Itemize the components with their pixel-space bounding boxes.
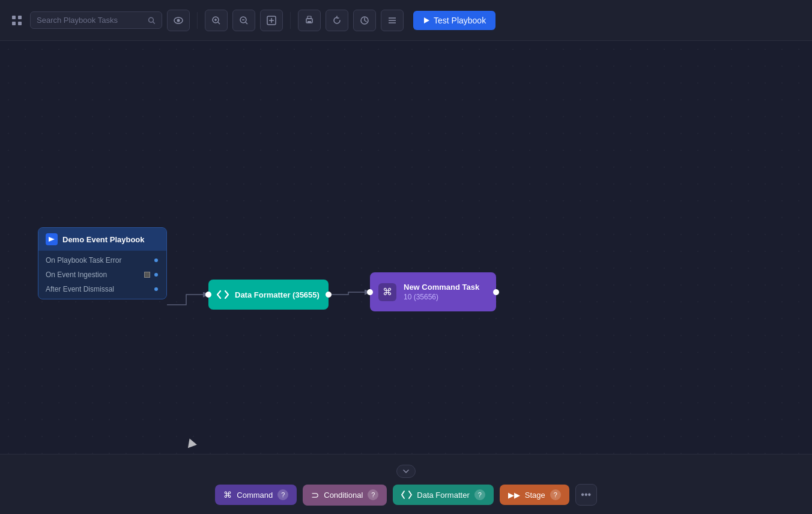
list-view-button[interactable]: [381, 10, 404, 31]
code-icon: [217, 290, 229, 299]
svg-marker-27: [49, 237, 55, 242]
fit-view-button[interactable]: [260, 10, 283, 31]
test-playbook-button[interactable]: Test Playbook: [413, 11, 495, 30]
demo-event-node[interactable]: Demo Event Playbook On Playbook Task Err…: [38, 227, 167, 299]
command-task-title: New Command Task: [404, 283, 479, 292]
fit-icon: [267, 16, 276, 25]
command-pill-label: Command: [237, 491, 273, 500]
svg-rect-0: [12, 16, 16, 19]
zoom-in-button[interactable]: [205, 10, 228, 31]
toolbar-divider-1: [197, 12, 198, 29]
search-icon: [148, 16, 156, 25]
svg-rect-20: [308, 21, 311, 23]
formatter-left-connector: [205, 292, 211, 298]
connector-circle: [153, 257, 159, 263]
search-container: [30, 11, 162, 29]
eye-icon: [174, 17, 183, 24]
bottom-panel: ⌘ Command ? ⊃ Conditional ? Data Formatt…: [0, 454, 812, 514]
svg-line-11: [218, 22, 220, 24]
refresh-button[interactable]: [326, 10, 348, 31]
connector-circle: [153, 272, 159, 278]
stage-help-icon[interactable]: ?: [550, 489, 561, 500]
eye-toggle-button[interactable]: [167, 10, 190, 31]
zoom-in-icon: [211, 16, 221, 25]
command-help-icon[interactable]: ?: [277, 489, 288, 500]
svg-rect-1: [18, 16, 22, 19]
command-pill-icon: ⌘: [223, 490, 232, 500]
test-playbook-label: Test Playbook: [434, 16, 486, 25]
node-row-ingestion[interactable]: On Event Ingestion: [38, 268, 166, 282]
conditional-pill-label: Conditional: [324, 491, 363, 500]
collapse-panel-button[interactable]: [396, 465, 416, 478]
list-icon: [387, 16, 397, 25]
canvas[interactable]: Demo Event Playbook On Playbook Task Err…: [0, 41, 812, 454]
node-row-task-error[interactable]: On Playbook Task Error: [38, 253, 166, 268]
row-label: After Event Dismissal: [46, 285, 114, 293]
command-task-text: New Command Task 10 (35656): [404, 283, 479, 301]
conditional-type-button[interactable]: ⊃ Conditional ?: [303, 485, 387, 506]
svg-marker-25: [424, 17, 429, 23]
formatter-node[interactable]: Data Formatter (35655): [208, 280, 329, 310]
command-right-connector: [493, 289, 499, 295]
svg-line-14: [246, 22, 247, 24]
row-label: On Event Ingestion: [46, 271, 107, 279]
task-types-row: ⌘ Command ? ⊃ Conditional ? Data Formatt…: [215, 484, 596, 506]
formatter-pill-label: Data Formatter: [417, 491, 469, 500]
toolbar: Test Playbook: [0, 0, 812, 41]
formatter-label: Data Formatter (35655): [235, 290, 320, 299]
formatter-pill-icon: [401, 491, 412, 499]
clock-icon: [360, 16, 369, 25]
toolbar-divider-2: [290, 12, 291, 29]
grid-menu-icon[interactable]: [8, 12, 25, 29]
play-icon: [423, 17, 430, 24]
stage-pill-label: Stage: [525, 491, 545, 500]
node-body: On Playbook Task Error On Event Ingestio…: [38, 251, 166, 299]
command-type-button[interactable]: ⌘ Command ?: [215, 485, 297, 505]
search-input[interactable]: [37, 16, 143, 25]
svg-line-5: [153, 22, 155, 23]
stage-pill-icon: ▶▶: [508, 491, 520, 500]
node-header-icon: [46, 233, 58, 245]
command-task-icon: ⌘: [378, 283, 396, 301]
node-header: Demo Event Playbook: [38, 228, 166, 251]
conditional-pill-icon: ⊃: [311, 489, 319, 501]
node-row-dismissal[interactable]: After Event Dismissal: [38, 282, 166, 296]
command-task-node[interactable]: ⌘ New Command Task 10 (35656): [370, 272, 496, 311]
chevron-down-icon: [403, 470, 409, 473]
formatter-help-icon[interactable]: ?: [474, 489, 485, 500]
refresh-icon: [332, 16, 342, 25]
connector-square: [144, 272, 150, 278]
conditional-help-icon[interactable]: ?: [368, 489, 378, 500]
history-button[interactable]: [353, 10, 376, 31]
node-title: Demo Event Playbook: [62, 235, 145, 244]
zoom-out-button[interactable]: [232, 10, 255, 31]
command-left-connector: [367, 289, 373, 295]
more-options-icon: •••: [581, 489, 591, 500]
stage-type-button[interactable]: ▶▶ Stage ?: [500, 485, 569, 505]
svg-point-7: [177, 19, 180, 22]
print-button[interactable]: [298, 10, 321, 31]
zoom-out-icon: [239, 16, 249, 25]
svg-point-4: [149, 17, 154, 22]
svg-rect-2: [12, 22, 16, 25]
connector-circle: [153, 286, 159, 292]
command-task-subtitle: 10 (35656): [404, 293, 479, 301]
formatter-right-connector: [326, 292, 332, 298]
more-options-button[interactable]: •••: [575, 484, 597, 506]
row-label: On Playbook Task Error: [46, 256, 122, 265]
svg-rect-3: [18, 22, 22, 25]
print-icon: [304, 16, 314, 25]
formatter-type-button[interactable]: Data Formatter ?: [393, 485, 493, 505]
